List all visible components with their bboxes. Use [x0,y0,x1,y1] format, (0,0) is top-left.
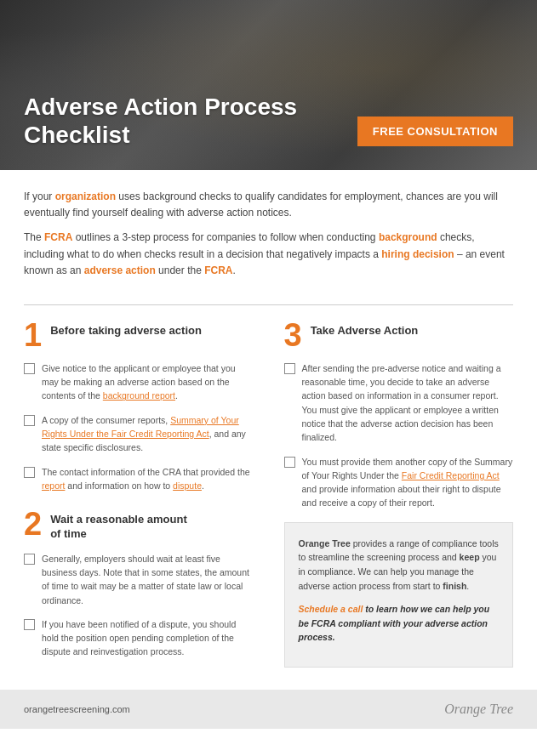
section-1-number: 1 [24,319,42,351]
checklist-item: Generally, employers should wait at leas… [24,552,254,607]
checkbox-2-1[interactable] [24,554,35,565]
intro-para1: If your organization uses background che… [24,189,513,221]
section-3: 3 Take Adverse Action After sending the … [284,319,514,510]
checkbox-3-1[interactable] [284,363,295,374]
main-content: 1 Before taking adverse action Give noti… [0,319,537,669]
header: Adverse Action Process Checklist FREE CO… [0,0,537,170]
checklist-text-1-2: A copy of the consumer reports, Summary … [42,413,254,455]
highlight-hiring: hiring decision [381,248,454,260]
checklist-item: A copy of the consumer reports, Summary … [24,413,254,455]
section-2-header: 2 Wait a reasonable amount of time [24,508,254,542]
intro-para2: The FCRA outlines a 3-step process for c… [24,230,513,279]
checklist-text-2-2: If you have been notified of a dispute, … [42,617,254,659]
section-3-header: 3 Take Adverse Action [284,319,514,351]
highlight-organization: organization [55,190,116,202]
checklist-text-3-2: You must provide them another copy of th… [302,455,514,510]
header-content: Adverse Action Process Checklist FREE CO… [24,93,513,150]
checklist-text-1-3: The contact information of the CRA that … [42,465,254,493]
checklist-text-1-1: Give notice to the applicant or employee… [42,361,254,403]
checklist-item: The contact information of the CRA that … [24,465,254,493]
highlight-adverse: adverse action [84,264,156,276]
section-3-title: Take Adverse Action [311,319,419,338]
checkbox-2-2[interactable] [24,619,35,630]
section-1-header: 1 Before taking adverse action [24,319,254,351]
footer-website: orangetreescreening.com [24,704,130,714]
section-2-number: 2 [24,508,42,540]
section-2: 2 Wait a reasonable amount of time Gener… [24,508,254,659]
checklist-item: You must provide them another copy of th… [284,455,514,510]
intro-section: If your organization uses background che… [0,170,537,296]
section-1: 1 Before taking adverse action Give noti… [24,319,254,492]
footer: orangetreescreening.com Orange Tree [0,690,537,729]
checkbox-3-2[interactable] [284,457,295,468]
footer-brand: Orange Tree [444,702,513,717]
checklist-item: Give notice to the applicant or employee… [24,361,254,403]
cta-box: Orange Tree provides a range of complian… [284,522,514,668]
free-consultation-button[interactable]: FREE CONSULTATION [357,117,513,146]
checkbox-1-1[interactable] [24,363,35,374]
checkbox-1-2[interactable] [24,415,35,426]
checklist-text-3-1: After sending the pre-adverse notice and… [302,361,514,445]
section-1-title: Before taking adverse action [50,319,202,338]
checklist-text-2-1: Generally, employers should wait at leas… [42,552,254,607]
checklist-item: If you have been notified of a dispute, … [24,617,254,659]
checkbox-1-3[interactable] [24,467,35,478]
highlight-fcra: FCRA [44,231,72,243]
highlight-background: background [379,231,437,243]
right-column: 3 Take Adverse Action After sending the … [277,319,521,669]
checklist-item: After sending the pre-adverse notice and… [284,361,514,445]
page-title: Adverse Action Process Checklist [24,93,297,150]
section-divider [24,304,513,305]
highlight-fcra2: FCRA [204,264,232,276]
section-3-number: 3 [284,319,302,351]
cta-para1: Orange Tree provides a range of complian… [299,537,500,594]
section-2-title: Wait a reasonable amount of time [50,508,187,542]
left-column: 1 Before taking adverse action Give noti… [17,319,260,669]
cta-para2: Schedule a call to learn how we can help… [299,602,500,645]
